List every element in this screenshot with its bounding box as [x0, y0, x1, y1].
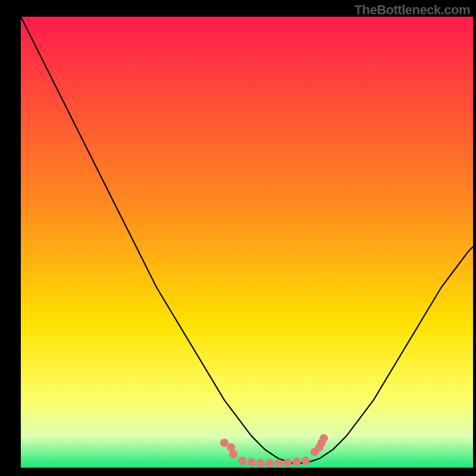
- chart-svg: [21, 17, 473, 468]
- marker-dot: [256, 459, 265, 467]
- marker-dot: [220, 439, 228, 447]
- marker-dot: [229, 450, 237, 458]
- marker-dot: [238, 457, 246, 465]
- attribution-label: TheBottleneck.com: [355, 2, 470, 18]
- marker-dot: [320, 434, 328, 443]
- marker-dot: [302, 457, 310, 465]
- marker-dot: [274, 459, 283, 467]
- gradient-background: [21, 17, 473, 468]
- marker-dot: [265, 459, 274, 467]
- marker-dot: [293, 458, 301, 466]
- marker-dot: [283, 459, 292, 467]
- bottleneck-chart: [21, 17, 473, 468]
- marker-dot: [248, 458, 256, 466]
